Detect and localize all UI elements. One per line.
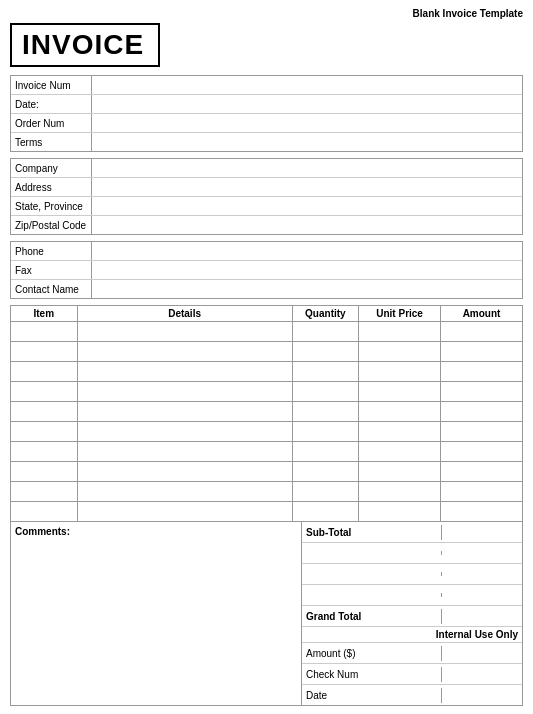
cell-qty-5[interactable]: [292, 422, 359, 442]
cell-item-0[interactable]: [11, 322, 78, 342]
internal-date-value[interactable]: [442, 685, 522, 705]
cell-price-5[interactable]: [359, 422, 441, 442]
cell-amount-9[interactable]: [441, 502, 523, 522]
template-label: Blank Invoice Template: [10, 8, 523, 19]
terms-label: Terms: [11, 135, 91, 150]
cell-qty-0[interactable]: [292, 322, 359, 342]
internal-date-label: Date: [302, 688, 442, 703]
cell-item-8[interactable]: [11, 482, 78, 502]
cell-item-7[interactable]: [11, 462, 78, 482]
date-label: Date:: [11, 97, 91, 112]
cell-details-1[interactable]: [77, 342, 292, 362]
cell-qty-2[interactable]: [292, 362, 359, 382]
blank-label-2: [302, 572, 442, 576]
cell-price-6[interactable]: [359, 442, 441, 462]
blank-row-1: [302, 543, 522, 564]
cell-price-9[interactable]: [359, 502, 441, 522]
cell-amount-7[interactable]: [441, 462, 523, 482]
grandtotal-value[interactable]: [442, 606, 522, 626]
cell-details-7[interactable]: [77, 462, 292, 482]
cell-item-3[interactable]: [11, 382, 78, 402]
bottom-section: Comments: Sub-Total Grand Total Internal…: [10, 522, 523, 706]
cell-qty-6[interactable]: [292, 442, 359, 462]
cell-amount-0[interactable]: [441, 322, 523, 342]
cell-details-8[interactable]: [77, 482, 292, 502]
cell-details-3[interactable]: [77, 382, 292, 402]
cell-price-0[interactable]: [359, 322, 441, 342]
cell-item-5[interactable]: [11, 422, 78, 442]
cell-amount-8[interactable]: [441, 482, 523, 502]
table-row: [11, 362, 523, 382]
cell-qty-9[interactable]: [292, 502, 359, 522]
cell-qty-7[interactable]: [292, 462, 359, 482]
blank-row-2: [302, 564, 522, 585]
table-header-row: Item Details Quantity Unit Price Amount: [11, 306, 523, 322]
blank-value-1[interactable]: [442, 543, 522, 563]
cell-price-1[interactable]: [359, 342, 441, 362]
fax-label: Fax: [11, 263, 91, 278]
col-header-item: Item: [11, 306, 78, 322]
cell-price-7[interactable]: [359, 462, 441, 482]
checknum-value[interactable]: [442, 664, 522, 684]
cell-details-6[interactable]: [77, 442, 292, 462]
cell-amount-5[interactable]: [441, 422, 523, 442]
cell-details-5[interactable]: [77, 422, 292, 442]
cell-price-4[interactable]: [359, 402, 441, 422]
amount-label: Amount ($): [302, 646, 442, 661]
cell-amount-3[interactable]: [441, 382, 523, 402]
cell-amount-2[interactable]: [441, 362, 523, 382]
comments-area[interactable]: Comments:: [11, 522, 302, 705]
checknum-row: Check Num: [302, 664, 522, 685]
invoice-num-input[interactable]: [91, 76, 522, 94]
cell-qty-1[interactable]: [292, 342, 359, 362]
company-input[interactable]: [91, 159, 522, 177]
cell-item-9[interactable]: [11, 502, 78, 522]
contact-name-input[interactable]: [91, 280, 522, 298]
phone-label: Phone: [11, 244, 91, 259]
phone-row: Phone: [11, 242, 522, 261]
cell-details-0[interactable]: [77, 322, 292, 342]
zip-row: Zip/Postal Code: [11, 216, 522, 234]
grandtotal-row: Grand Total: [302, 606, 522, 627]
internal-use-header: Internal Use Only: [302, 627, 522, 643]
state-input[interactable]: [91, 197, 522, 215]
invoice-info-section: Invoice Num Date: Order Num Terms: [10, 75, 523, 152]
grandtotal-label: Grand Total: [302, 609, 442, 624]
cell-amount-6[interactable]: [441, 442, 523, 462]
cell-details-4[interactable]: [77, 402, 292, 422]
cell-item-4[interactable]: [11, 402, 78, 422]
cell-amount-1[interactable]: [441, 342, 523, 362]
col-header-quantity: Quantity: [292, 306, 359, 322]
cell-details-9[interactable]: [77, 502, 292, 522]
blank-value-3[interactable]: [442, 585, 522, 605]
blank-value-2[interactable]: [442, 564, 522, 584]
contact-section: Phone Fax Contact Name: [10, 241, 523, 299]
cell-item-6[interactable]: [11, 442, 78, 462]
table-row: [11, 442, 523, 462]
cell-price-2[interactable]: [359, 362, 441, 382]
cell-qty-3[interactable]: [292, 382, 359, 402]
order-num-input[interactable]: [91, 114, 522, 132]
subtotal-value[interactable]: [442, 522, 522, 542]
cell-item-1[interactable]: [11, 342, 78, 362]
table-row: [11, 482, 523, 502]
amount-value[interactable]: [442, 643, 522, 663]
cell-price-3[interactable]: [359, 382, 441, 402]
cell-price-8[interactable]: [359, 482, 441, 502]
invoice-title: INVOICE: [10, 23, 160, 67]
amount-row: Amount ($): [302, 643, 522, 664]
cell-qty-4[interactable]: [292, 402, 359, 422]
date-input[interactable]: [91, 95, 522, 113]
fax-row: Fax: [11, 261, 522, 280]
table-row: [11, 382, 523, 402]
cell-amount-4[interactable]: [441, 402, 523, 422]
cell-item-2[interactable]: [11, 362, 78, 382]
address-input[interactable]: [91, 178, 522, 196]
phone-input[interactable]: [91, 242, 522, 260]
internal-use-label: Internal Use Only: [436, 629, 518, 640]
fax-input[interactable]: [91, 261, 522, 279]
cell-qty-8[interactable]: [292, 482, 359, 502]
zip-input[interactable]: [91, 216, 522, 234]
terms-input[interactable]: [91, 133, 522, 151]
cell-details-2[interactable]: [77, 362, 292, 382]
